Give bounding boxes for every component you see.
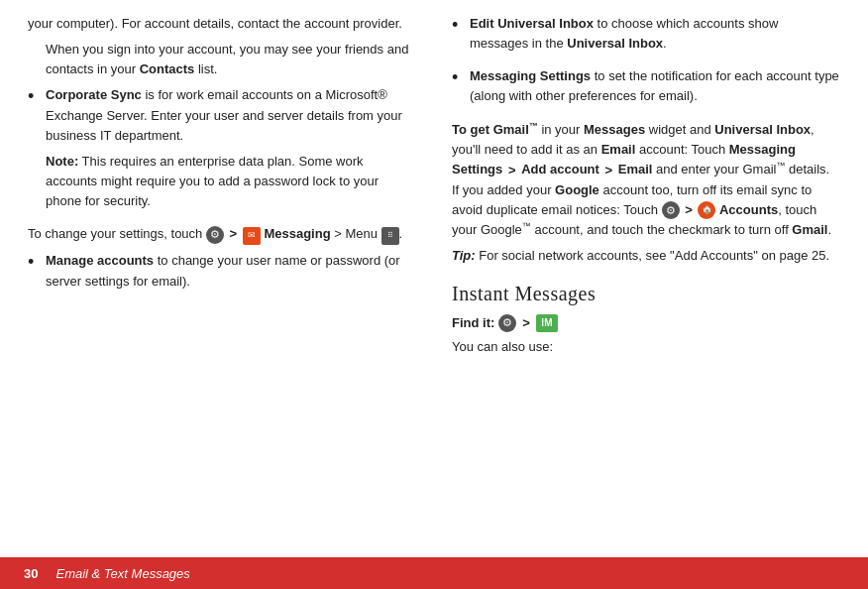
tip-text: For social network accounts, see "Add Ac…: [476, 248, 830, 263]
corporate-sync-bullet: • Corporate Sync is for work email accou…: [28, 85, 412, 217]
gmail-bold: Gmail: [792, 222, 827, 237]
messaging-settings-text: Messaging Settings to set the notificati…: [470, 66, 840, 106]
manage-accounts-content: Manage accounts to change your user name…: [46, 251, 412, 296]
instant-messages-heading: Instant Messages: [452, 279, 840, 309]
you-can-also: You can also use:: [452, 337, 840, 357]
note-text: Note: This requires an enterprise data p…: [46, 152, 412, 211]
change-settings-text: To change your settings, touch ⚙ > ✉ Mes…: [28, 224, 412, 245]
gt-sym-1: >: [230, 226, 238, 241]
add-account-bold: Add account: [521, 163, 599, 177]
gt-2: >: [605, 163, 613, 177]
corporate-sync-text: Corporate Sync is for work email account…: [46, 85, 412, 145]
intro-text: your computer). For account details, con…: [28, 14, 412, 34]
bullet-dot-4: •: [452, 66, 466, 89]
bullet-dot-1: •: [28, 85, 42, 108]
tm3: ™: [522, 221, 531, 231]
bullet-dot-2: •: [28, 251, 42, 274]
manage-accounts-text: Manage accounts to change your user name…: [46, 251, 412, 291]
messages-bold: Messages: [584, 122, 645, 137]
right-column: • Edit Universal Inbox to choose which a…: [434, 10, 868, 557]
corporate-sync-label: Corporate Sync: [46, 87, 142, 102]
find-it-label: Find it:: [452, 313, 494, 333]
account-text: account, and touch the checkmark to turn…: [531, 222, 793, 237]
edit-universal-label: Edit Universal Inbox: [470, 16, 594, 31]
messaging-settings-bullet: • Messaging Settings to set the notifica…: [452, 66, 840, 112]
get-gmail-mid2: widget and: [645, 122, 714, 137]
get-gmail-intro: To get Gmail: [452, 122, 529, 137]
corporate-sync-content: Corporate Sync is for work email account…: [46, 85, 412, 217]
gt-sym-3: >: [522, 313, 530, 333]
edit-universal-text: Edit Universal Inbox to choose which acc…: [470, 14, 840, 54]
email-bold2: Email: [618, 163, 653, 177]
messaging-label: Messaging: [264, 226, 330, 241]
get-gmail-paragraph: To get Gmail™ in your Messages widget an…: [452, 120, 840, 241]
gt-1: >: [508, 163, 516, 177]
messaging-icon: ✉: [243, 227, 261, 245]
get-gmail-mid: in your: [538, 122, 584, 137]
sign-in-label: When you sign into your account, you may…: [46, 42, 408, 76]
content-area: your computer). For account details, con…: [0, 0, 868, 557]
tip-paragraph: Tip: For social network accounts, see "A…: [452, 246, 840, 266]
note-label: Note:: [46, 154, 78, 169]
messaging-settings-label: Messaging Settings: [470, 68, 591, 83]
im-icon: IM: [536, 314, 558, 332]
find-it-line: Find it: ⚙ > IM: [452, 313, 840, 333]
accounts-bold: Accounts: [719, 202, 778, 217]
left-column: your computer). For account details, con…: [0, 10, 434, 557]
note-body: This requires an enterprise data plan. S…: [46, 154, 379, 208]
sign-in-text: When you sign into your account, you may…: [46, 40, 412, 79]
gear-icon-2: ⚙: [662, 201, 680, 219]
page: your computer). For account details, con…: [0, 0, 868, 589]
universal-inbox-bold: Universal Inbox: [567, 36, 663, 51]
gear-icon-3: ⚙: [498, 314, 516, 332]
contacts-end: list.: [194, 61, 217, 76]
tip-label: Tip:: [452, 248, 476, 263]
get-gmail-mid4: account: Touch: [635, 142, 728, 157]
gear-icon: ⚙: [206, 226, 224, 244]
accounts-icon: 🏠: [698, 201, 715, 219]
manage-accounts-label: Manage accounts: [46, 253, 154, 268]
bullet-dot-3: •: [452, 14, 466, 37]
manage-accounts-bullet: • Manage accounts to change your user na…: [28, 251, 412, 296]
menu-grid-icon: ⠿: [381, 227, 399, 245]
edit-universal-bullet: • Edit Universal Inbox to choose which a…: [452, 14, 840, 59]
change-settings-intro: To change your settings, touch: [28, 226, 206, 241]
menu-text: > Menu: [334, 226, 380, 241]
edit-universal-content: Edit Universal Inbox to choose which acc…: [470, 14, 840, 59]
page-number: 30: [24, 566, 38, 581]
footer-bar: 30 Email & Text Messages: [0, 557, 868, 589]
and-text: and enter your Gmail: [652, 163, 776, 177]
contacts-bold: Contacts: [140, 61, 195, 76]
sign-in-block: When you sign into your account, you may…: [46, 40, 412, 79]
universal-inbox-bold2: Universal Inbox: [714, 122, 811, 137]
gt-sym-2: >: [685, 202, 693, 217]
tm1: ™: [529, 121, 538, 131]
google-bold: Google: [555, 182, 599, 197]
messaging-settings-content: Messaging Settings to set the notificati…: [470, 66, 840, 112]
email-bold1: Email: [601, 142, 636, 157]
section-title: Email & Text Messages: [55, 566, 189, 581]
